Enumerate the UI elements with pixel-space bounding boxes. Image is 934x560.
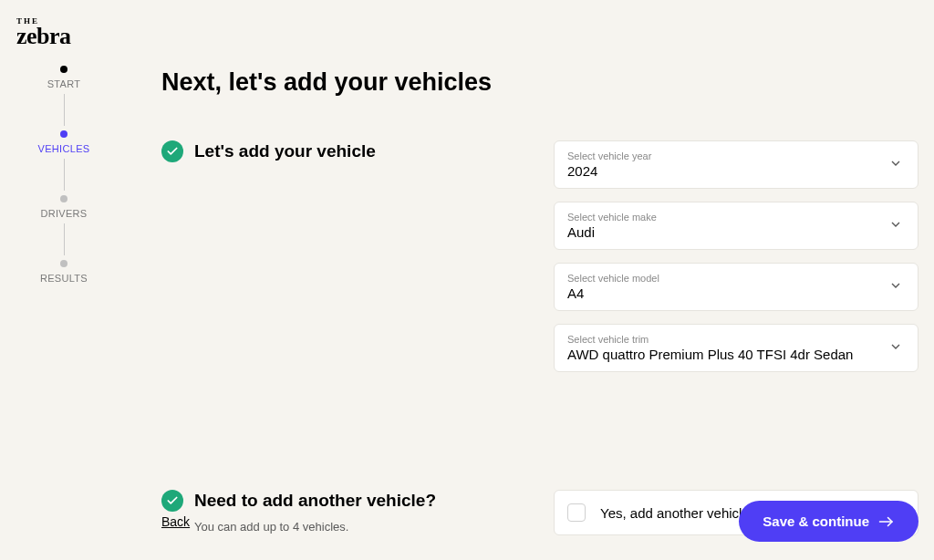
vehicle-section: Let's add your vehicle Select vehicle ye… <box>161 140 918 385</box>
step-dot-results <box>60 260 67 267</box>
back-link[interactable]: Back <box>161 514 190 529</box>
step-dot-start <box>60 66 67 73</box>
year-label: Select vehicle year <box>567 150 905 161</box>
step-dot-vehicles <box>60 130 67 138</box>
step-label-results: RESULTS <box>40 273 88 284</box>
step-dot-drivers <box>60 195 67 202</box>
chevron-down-icon <box>888 156 903 174</box>
main-content: Next, let's add your vehicles Let's add … <box>161 68 918 558</box>
year-value: 2024 <box>567 163 905 179</box>
trim-select[interactable]: Select vehicle trim AWD quattro Premium … <box>554 324 918 372</box>
section-left: Let's add your vehicle <box>161 140 554 163</box>
model-value: A4 <box>567 285 905 301</box>
year-select[interactable]: Select vehicle year 2024 <box>554 140 918 189</box>
save-continue-button[interactable]: Save & continue <box>739 501 918 542</box>
step-connector <box>64 159 65 191</box>
check-icon <box>161 140 183 162</box>
step-label-drivers: DRIVERS <box>41 208 88 219</box>
save-continue-label: Save & continue <box>763 513 869 529</box>
chevron-down-icon <box>888 339 903 358</box>
vehicle-section-title: Let's add your vehicle <box>194 140 376 163</box>
step-connector <box>64 223 65 255</box>
chevron-down-icon <box>888 278 903 296</box>
logo-main: zebra <box>16 23 71 49</box>
step-label-start: START <box>47 78 81 89</box>
page-title: Next, let's add your vehicles <box>161 68 918 97</box>
make-select[interactable]: Select vehicle make Audi <box>554 202 918 250</box>
chevron-down-icon <box>888 217 903 235</box>
make-value: Audi <box>567 224 905 240</box>
trim-value: AWD quattro Premium Plus 40 TFSI 4dr Sed… <box>567 347 905 362</box>
make-label: Select vehicle make <box>567 212 905 223</box>
footer: Back Save & continue <box>161 501 918 542</box>
logo[interactable]: THE zebra <box>16 16 71 47</box>
model-label: Select vehicle model <box>567 273 905 284</box>
step-label-vehicles: VEHICLES <box>38 143 90 154</box>
step-connector <box>64 94 65 126</box>
model-select[interactable]: Select vehicle model A4 <box>554 263 918 311</box>
progress-stepper: START VEHICLES DRIVERS RESULTS <box>32 66 96 284</box>
section-right: Select vehicle year 2024 Select vehicle … <box>554 140 918 385</box>
trim-label: Select vehicle trim <box>567 334 905 345</box>
arrow-right-icon <box>878 515 895 528</box>
